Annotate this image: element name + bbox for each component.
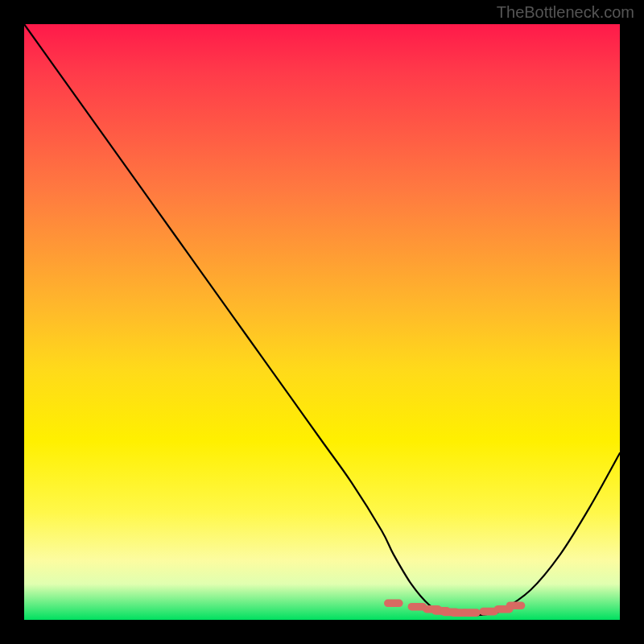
attribution-label: TheBottleneck.com	[497, 3, 634, 22]
bottleneck-curve	[24, 24, 620, 615]
plot-area	[24, 24, 620, 620]
optimal-range-markers	[388, 603, 522, 613]
chart-svg	[24, 24, 620, 620]
